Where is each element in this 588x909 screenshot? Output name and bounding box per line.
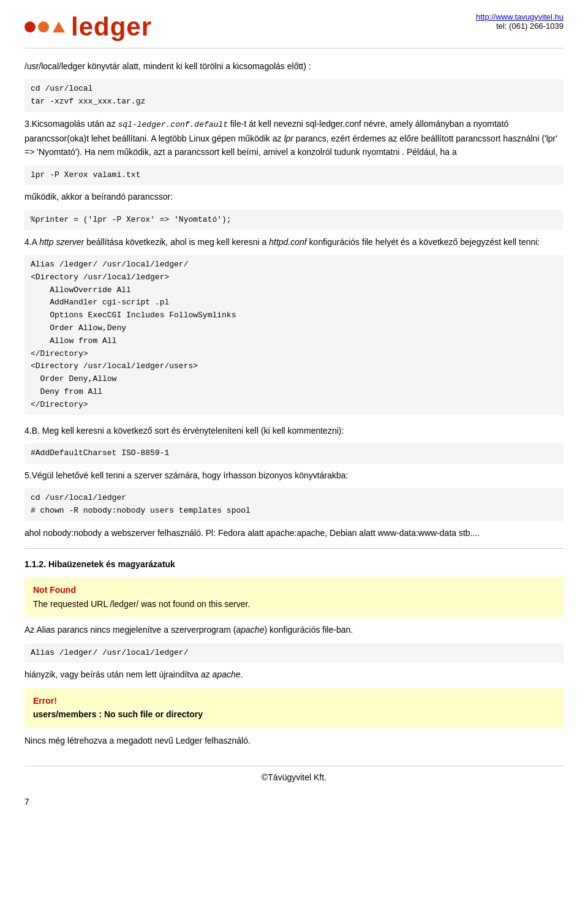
logo-area: ledger — [24, 12, 152, 42]
header-url[interactable]: http://www.tavugyvitel.hu — [476, 12, 564, 21]
code-block-1: cd /usr/local tar -xzvf xxx_xxx.tar.gz — [24, 79, 564, 112]
section-4b-text: 4.B. Meg kell keresni a következő sort é… — [24, 426, 344, 436]
main-content: /usr/local/ledger könyvtár alatt, minden… — [24, 59, 564, 747]
code-block-6: cd /usr/local/ledger # chown -R nobody:n… — [24, 488, 564, 521]
logo-text: ledger — [71, 12, 152, 42]
error-1-missing: hiányzik, vagy beírás után nem lett újra… — [24, 669, 213, 679]
error-title-error: Error! — [33, 694, 555, 707]
section-3-italic1: sql-ledger.conf.default — [118, 120, 228, 129]
section-5-text: 5.Végül lehetővé kell tenni a szerver sz… — [24, 470, 348, 480]
code-block-3: %printer = ('lpr -P Xerox' => 'Nyomtató'… — [24, 210, 564, 230]
section-4-text2: beállítása következik, ahol is meg kell … — [84, 237, 269, 247]
separator-1 — [24, 548, 564, 549]
section-4-paragraph: 4.A http szerver beállítása következik, … — [24, 235, 564, 249]
error-1-italic2: apache — [213, 669, 241, 679]
section-3-text1: 3.Kicsomagolás után az — [24, 119, 118, 129]
error-1-explain-paragraph: Az Alias parancs nincs megjelenítve a sz… — [24, 623, 564, 636]
code-block-5: #AddDefaultCharset ISO-8859-1 — [24, 443, 564, 464]
section-4-text3: konfigurációs file helyét és a következő… — [307, 237, 540, 247]
error-box-not-found: Not Found The requested URL /ledger/ was… — [24, 577, 564, 617]
section-3-text4: működik, akkor a beírandó parancssor: — [24, 190, 564, 203]
section-4-italic2: httpd.conf — [269, 237, 307, 247]
section-5-paragraph: 5.Végül lehetővé kell tenni a szerver sz… — [24, 469, 564, 482]
page-header: ledger http://www.tavugyvitel.hu tel: (0… — [24, 12, 564, 48]
section-4-italic1: http szerver — [39, 237, 84, 247]
section-nobody-paragraph: ahol nobody:nobody a webszerver felhaszn… — [24, 526, 564, 540]
header-tel: tel: (061) 266-1039 — [496, 21, 564, 31]
error-box-2-bold: users/members : No such file or director… — [33, 707, 555, 721]
error-title-not-found: Not Found — [33, 583, 555, 597]
footer-copyright: ©Távügyvitel Kft. — [262, 772, 326, 782]
page-number: 7 — [24, 797, 29, 807]
error-1-missing-paragraph: hiányzik, vagy beírás után nem lett újra… — [24, 668, 564, 681]
section-nobody-text: ahol nobody:nobody a webszerver felhaszn… — [24, 528, 480, 538]
header-contact: http://www.tavugyvitel.hu tel: (061) 266… — [476, 12, 564, 31]
error-2-text: Nincs még létrehozva a megadott nevű Led… — [24, 736, 251, 745]
section-3-italic2: lpr — [284, 134, 293, 143]
section-4b-paragraph: 4.B. Meg kell keresni a következő sort é… — [24, 424, 564, 437]
error-1-missing-end: . — [241, 669, 243, 679]
dot-red — [24, 21, 36, 32]
intro-paragraph: /usr/local/ledger könyvtár alatt, minden… — [24, 59, 564, 73]
error-box-1-text: The requested URL /ledger/ was not found… — [33, 597, 555, 611]
error-1-explain2: ) konfigurációs file-ban. — [264, 625, 353, 635]
error-box-error: Error! users/members : No such file or d… — [24, 688, 564, 728]
section-112-heading: 1.1.2. Hibaüzenetek és magyarázatuk — [24, 557, 564, 571]
dot-triangle — [53, 21, 65, 32]
page-footer: ©Távügyvitel Kft. — [24, 766, 564, 782]
code-block-4: Alias /ledger/ /usr/local/ledger/ <Direc… — [24, 255, 564, 415]
code-block-2: lpr -P Xerox valami.txt — [24, 165, 564, 186]
error-1-explain1: Az Alias parancs nincs megjelenítve a sz… — [24, 625, 236, 635]
section-4-text1: 4.A — [24, 237, 39, 247]
intro-text: /usr/local/ledger könyvtár alatt, minden… — [24, 61, 311, 71]
logo-dots — [24, 21, 65, 32]
error-2-text-paragraph: Nincs még létrehozva a megadott nevű Led… — [24, 734, 564, 747]
dot-orange — [38, 21, 49, 32]
page-wrapper: ledger http://www.tavugyvitel.hu tel: (0… — [0, 0, 588, 819]
error-1-italic: apache — [236, 625, 264, 635]
section-3-paragraph: 3.Kicsomagolás után az sql-ledger.conf.d… — [24, 117, 564, 159]
code-block-7: Alias /ledger/ /usr/local/ledger/ — [24, 643, 564, 663]
